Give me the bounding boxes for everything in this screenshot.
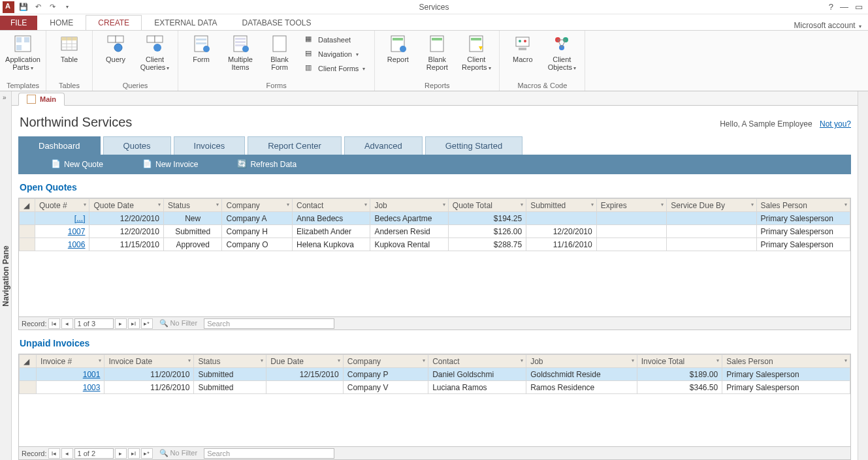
form-button[interactable]: Form xyxy=(182,32,220,80)
report-button[interactable]: Report xyxy=(379,32,417,80)
svg-rect-17 xyxy=(196,38,206,40)
help-icon[interactable]: ? xyxy=(829,2,833,12)
query-button[interactable]: Query xyxy=(97,32,135,80)
ribbon-group-reports: Report Blank Report Client Reports Repor… xyxy=(375,31,500,91)
svg-rect-23 xyxy=(235,44,246,46)
window-title: Services xyxy=(419,3,449,12)
client-queries-button[interactable]: Client Queries xyxy=(136,32,174,80)
ribbon: Application Parts Templates Table Tables… xyxy=(0,30,868,91)
svg-rect-33 xyxy=(516,37,529,46)
svg-point-36 xyxy=(524,40,526,42)
navigation-button[interactable]: ▤Navigation xyxy=(302,48,368,61)
client-objects-button[interactable]: Client Objects xyxy=(543,32,581,80)
ribbon-group-macros: Macro Client Objects Macros & Code xyxy=(500,31,585,91)
svg-rect-5 xyxy=(61,37,77,40)
undo-icon[interactable]: ↶ xyxy=(33,2,43,12)
redo-icon[interactable]: ↷ xyxy=(47,2,57,12)
svg-rect-2 xyxy=(24,37,29,42)
application-parts-button[interactable]: Application Parts xyxy=(4,32,42,80)
svg-rect-10 xyxy=(108,36,116,42)
datasheet-button[interactable]: ▦Datasheet xyxy=(302,33,368,46)
save-icon[interactable]: 💾 xyxy=(18,2,29,12)
ribbon-group-templates: Application Parts Templates xyxy=(0,31,46,91)
ribbon-tab-home[interactable]: HOME xyxy=(37,15,86,30)
table-button[interactable]: Table xyxy=(50,32,88,80)
svg-rect-32 xyxy=(471,38,481,40)
minimize-icon[interactable]: — xyxy=(840,2,848,12)
ribbon-group-forms: Form Multiple Items Blank Form ▦Datashee… xyxy=(178,31,375,91)
svg-rect-34 xyxy=(519,48,526,50)
svg-rect-13 xyxy=(147,36,155,42)
svg-rect-27 xyxy=(393,38,403,40)
client-forms-button[interactable]: ▥Client Forms xyxy=(302,62,368,75)
ribbon-tab-databasetools[interactable]: DATABASE TOOLS xyxy=(230,15,324,30)
svg-point-19 xyxy=(203,46,210,52)
svg-rect-30 xyxy=(432,38,442,40)
svg-rect-22 xyxy=(235,41,246,43)
svg-rect-3 xyxy=(16,45,22,50)
ribbon-group-queries: Query Client Queries Queries xyxy=(93,31,178,91)
svg-rect-25 xyxy=(273,36,286,52)
ribbon-tab-create[interactable]: CREATE xyxy=(86,15,142,30)
svg-rect-21 xyxy=(235,38,246,40)
svg-rect-11 xyxy=(116,36,123,42)
qat-customize-icon[interactable] xyxy=(61,2,72,12)
ribbon-group-tables: Table Tables xyxy=(46,31,93,91)
blank-report-button[interactable]: Blank Report xyxy=(418,32,456,80)
account-menu[interactable]: Microsoft account xyxy=(794,21,868,30)
svg-point-35 xyxy=(519,40,521,42)
ribbon-tab-externaldata[interactable]: EXTERNAL DATA xyxy=(142,15,229,30)
client-reports-button[interactable]: Client Reports xyxy=(457,32,495,80)
svg-rect-18 xyxy=(196,42,206,44)
title-bar: 💾 ↶ ↷ Services ? — ▭ xyxy=(0,0,868,14)
svg-rect-14 xyxy=(155,36,163,42)
access-app-icon xyxy=(3,1,14,13)
svg-point-12 xyxy=(114,44,122,52)
svg-point-24 xyxy=(242,46,249,52)
svg-rect-1 xyxy=(16,37,22,42)
svg-point-28 xyxy=(400,46,406,52)
file-tab[interactable]: FILE xyxy=(0,16,37,30)
multiple-items-button[interactable]: Multiple Items xyxy=(221,32,259,80)
ribbon-tab-strip: FILE HOME CREATE EXTERNAL DATA DATABASE … xyxy=(0,14,868,30)
blank-form-button[interactable]: Blank Form xyxy=(261,32,298,80)
macro-button[interactable]: Macro xyxy=(504,32,541,80)
restore-icon[interactable]: ▭ xyxy=(855,2,863,12)
svg-point-15 xyxy=(153,44,161,52)
